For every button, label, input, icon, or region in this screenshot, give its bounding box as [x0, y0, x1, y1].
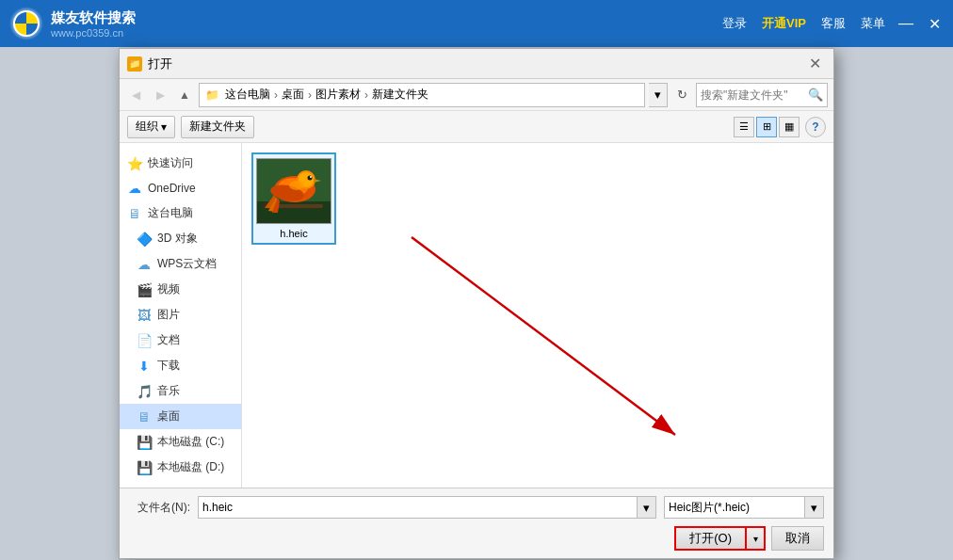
breadcrumb-sep-1: ›: [308, 88, 312, 102]
downloads-icon: ⬇: [137, 359, 152, 374]
3d-icon: 🔷: [137, 232, 152, 247]
docs-icon: 📄: [137, 333, 152, 348]
sidebar-label-3d: 3D 对象: [157, 231, 198, 247]
vip-link[interactable]: 开通VIP: [762, 15, 806, 32]
back-button[interactable]: ◀: [125, 85, 146, 105]
sidebar-item-quick-access[interactable]: ⭐ 快速访问: [120, 151, 241, 176]
sidebar-item-docs[interactable]: 📄 文档: [120, 328, 241, 353]
filename-dropdown[interactable]: ▾: [638, 496, 656, 519]
open-button-group: 打开(O) ▾: [674, 526, 766, 551]
dialog-overlay: 📁 打开 ✕ ◀ ▶ ▲ 📁 这台电脑 › 桌面 › 图片素材 › 新建文件夹 …: [0, 47, 953, 560]
sidebar-item-this-pc[interactable]: 🖥 这台电脑: [120, 200, 241, 226]
browser-chrome: 媒友软件搜索 www.pc0359.cn 登录 开通VIP 客服 菜单 — ✕: [0, 0, 953, 47]
sidebar-label-onedrive: OneDrive: [148, 182, 196, 195]
quick-access-icon: ⭐: [127, 156, 142, 171]
sidebar-item-onedrive[interactable]: ☁ OneDrive: [120, 176, 241, 200]
breadcrumb[interactable]: 📁 这台电脑 › 桌面 › 图片素材 › 新建文件夹: [199, 83, 645, 107]
onedrive-icon: ☁: [127, 181, 142, 196]
sidebar-item-drive-c[interactable]: 💾 本地磁盘 (C:): [120, 429, 241, 455]
sidebar-label-drive-c: 本地磁盘 (C:): [157, 434, 224, 450]
wps-icon: ☁: [137, 257, 152, 272]
filetype-select-wrap: Heic图片(*.heic) ▾: [664, 496, 824, 519]
dialog-body: ⭐ 快速访问 ☁ OneDrive 🖥 这台电脑 🔷 3D 对象 ☁ W: [120, 143, 833, 488]
video-icon: 🎬: [137, 282, 152, 297]
browser-logo: [9, 7, 43, 40]
sidebar-label-wps: WPS云文档: [157, 256, 217, 272]
svg-point-15: [289, 181, 304, 190]
up-button[interactable]: ▲: [174, 85, 195, 105]
sidebar-label-drive-d: 本地磁盘 (D:): [157, 459, 224, 475]
dialog-title-icon: 📁: [127, 56, 142, 72]
help-button[interactable]: ?: [805, 117, 826, 137]
sidebar-label-quick-access: 快速访问: [148, 155, 193, 171]
breadcrumb-item-3[interactable]: 新建文件夹: [372, 87, 428, 103]
search-icon[interactable]: 🔍: [808, 88, 823, 102]
view-details-button[interactable]: ▦: [779, 117, 800, 137]
dialog-toolbar: 组织 ▾ 新建文件夹 ☰ ⊞ ▦ ?: [120, 111, 833, 143]
close-window-button[interactable]: ✕: [925, 15, 944, 33]
sidebar-item-music[interactable]: 🎵 音乐: [120, 378, 241, 404]
organize-label: 组织: [136, 119, 158, 135]
sidebar-item-pictures[interactable]: 🖼 图片: [120, 302, 241, 328]
address-dropdown[interactable]: ▾: [649, 83, 668, 107]
svg-point-9: [308, 176, 313, 181]
refresh-button[interactable]: ↻: [671, 85, 692, 105]
this-pc-icon: 🖥: [127, 206, 142, 221]
pictures-icon: 🖼: [137, 308, 152, 323]
filename-label: 文件名(N):: [129, 500, 190, 516]
browser-subtitle: www.pc0359.cn: [51, 27, 722, 39]
search-input[interactable]: [701, 88, 808, 102]
dialog-bottom: 文件名(N): ▾ Heic图片(*.heic) ▾ 打开(O) ▾ 取消: [120, 488, 833, 558]
file-item-hheic[interactable]: h.heic: [251, 152, 336, 245]
login-link[interactable]: 登录: [722, 15, 747, 32]
dialog-sidebar: ⭐ 快速访问 ☁ OneDrive 🖥 这台电脑 🔷 3D 对象 ☁ W: [120, 143, 242, 488]
open-button-arrow[interactable]: ▾: [745, 526, 766, 551]
dialog-titlebar: 📁 打开 ✕: [120, 49, 833, 79]
breadcrumb-item-1[interactable]: 桌面: [282, 87, 304, 103]
dialog-file-area: h.heic: [242, 143, 833, 488]
svg-line-17: [412, 237, 675, 435]
sidebar-label-downloads: 下载: [157, 358, 180, 374]
breadcrumb-item-2[interactable]: 图片素材: [315, 87, 361, 103]
minimize-button[interactable]: —: [896, 15, 915, 33]
view-grid-button[interactable]: ⊞: [756, 117, 777, 137]
file-thumbnail: [256, 158, 331, 224]
sidebar-label-this-pc: 这台电脑: [148, 205, 193, 221]
browser-title-block: 媒友软件搜索 www.pc0359.cn: [51, 9, 722, 39]
sidebar-item-drive-d[interactable]: 💾 本地磁盘 (D:): [120, 455, 241, 480]
view-list-button[interactable]: ☰: [734, 117, 754, 137]
file-dialog: 📁 打开 ✕ ◀ ▶ ▲ 📁 这台电脑 › 桌面 › 图片素材 › 新建文件夹 …: [119, 48, 834, 559]
arrow-annotation: [317, 143, 807, 463]
sidebar-label-desktop: 桌面: [157, 408, 180, 424]
cancel-button[interactable]: 取消: [771, 526, 824, 551]
sidebar-item-3d[interactable]: 🔷 3D 对象: [120, 226, 241, 251]
view-buttons: ☰ ⊞ ▦: [734, 117, 800, 137]
forward-button[interactable]: ▶: [150, 85, 170, 105]
desktop-icon: 🖥: [137, 409, 152, 424]
sidebar-item-wps[interactable]: ☁ WPS云文档: [120, 251, 241, 277]
bird-svg: [257, 159, 331, 224]
filename-input-wrap: ▾: [198, 496, 656, 519]
buttons-row: 打开(O) ▾ 取消: [129, 526, 824, 551]
organize-arrow: ▾: [161, 120, 167, 134]
service-link[interactable]: 客服: [821, 15, 846, 32]
dialog-address-bar: ◀ ▶ ▲ 📁 这台电脑 › 桌面 › 图片素材 › 新建文件夹 ▾ ↻ 🔍: [120, 79, 833, 111]
breadcrumb-item-0[interactable]: 这台电脑: [225, 87, 270, 103]
organize-button[interactable]: 组织 ▾: [127, 116, 175, 138]
file-name-hheic: h.heic: [280, 228, 307, 239]
drive-d-icon: 💾: [137, 460, 152, 475]
menu-link[interactable]: 菜单: [861, 15, 885, 32]
new-folder-button[interactable]: 新建文件夹: [181, 116, 254, 138]
sidebar-item-downloads[interactable]: ⬇ 下载: [120, 353, 241, 378]
filetype-dropdown[interactable]: ▾: [805, 496, 824, 519]
sidebar-item-video[interactable]: 🎬 视频: [120, 277, 241, 302]
filename-row: 文件名(N): ▾ Heic图片(*.heic) ▾: [129, 496, 824, 519]
filename-input[interactable]: [198, 496, 638, 519]
open-button[interactable]: 打开(O): [674, 526, 745, 551]
search-box: 🔍: [696, 83, 828, 107]
breadcrumb-sep-2: ›: [364, 88, 368, 102]
sidebar-label-docs: 文档: [157, 332, 180, 348]
dialog-close-button[interactable]: ✕: [803, 53, 826, 75]
sidebar-item-desktop[interactable]: 🖥 桌面: [120, 404, 241, 429]
filetype-display: Heic图片(*.heic): [664, 496, 805, 519]
